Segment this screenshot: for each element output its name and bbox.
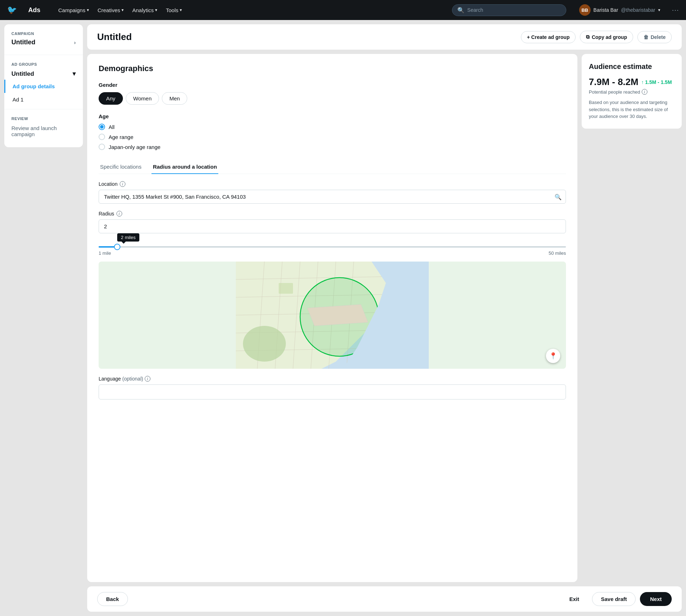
- language-label: Language (optional) i: [99, 376, 566, 382]
- gender-label: Gender: [99, 82, 566, 88]
- radio-range-circle: [99, 134, 105, 140]
- tab-specific-locations[interactable]: Specific locations: [99, 160, 143, 174]
- language-section: Language (optional) i: [99, 376, 566, 399]
- age-japan-option[interactable]: Japan-only age range: [99, 144, 566, 150]
- sidebar-item-ad1[interactable]: Ad 1: [4, 93, 83, 106]
- search-icon: 🔍: [457, 7, 464, 14]
- nav-item-tools[interactable]: Tools ▾: [162, 5, 185, 15]
- gender-men-button[interactable]: Men: [162, 92, 187, 105]
- copy-icon: ⧉: [586, 34, 590, 40]
- svg-rect-13: [279, 283, 293, 294]
- chevron-down-icon: ▾: [87, 8, 89, 13]
- create-ad-group-button[interactable]: + Create ad group: [521, 31, 576, 43]
- location-input-wrap: 🔍: [99, 190, 566, 204]
- main-card: Demographics Gender Any Women Men Age: [87, 54, 577, 582]
- tab-radius-location[interactable]: Radius around a location: [151, 160, 218, 174]
- user-handle: @thebaristabar: [621, 7, 655, 13]
- info-icon: i: [120, 181, 125, 187]
- back-button[interactable]: Back: [97, 592, 128, 606]
- chevron-right-icon: ›: [74, 40, 76, 45]
- demographics-title: Demographics: [99, 64, 566, 73]
- audience-range: 7.9M - 8.2M ↑ 1.5M - 1.5M: [589, 76, 675, 88]
- age-all-option[interactable]: All: [99, 124, 566, 130]
- sidebar-item-review[interactable]: Review and launch campaign: [4, 122, 83, 140]
- gender-buttons: Any Women Men: [99, 92, 566, 105]
- radius-slider-wrap: 2 miles: [99, 246, 566, 248]
- avatar: BB: [579, 4, 591, 16]
- nav-menu: Campaigns ▾ Creatives ▾ Analytics ▾ Tool…: [55, 5, 185, 15]
- audience-change: ↑ 1.5M - 1.5M: [641, 79, 672, 85]
- sidebar: CAMPAIGN Untitled › AD GROUPS Untitled ▾…: [4, 24, 83, 147]
- audience-potential-label: Potential people reached i: [589, 89, 675, 95]
- ad-groups-label: AD GROUPS: [4, 58, 83, 68]
- svg-point-12: [243, 326, 286, 362]
- content-header: Untitled + Create ad group ⧉ Copy ad gro…: [87, 24, 682, 50]
- campaign-section-label: CAMPAIGN: [4, 31, 83, 36]
- radius-info-icon: i: [116, 211, 122, 217]
- radio-all-circle: [99, 124, 105, 130]
- more-options-icon[interactable]: ⋯: [672, 6, 679, 14]
- review-section-label: REVIEW: [4, 112, 83, 122]
- map-container[interactable]: 📍: [99, 262, 566, 369]
- next-button[interactable]: Next: [640, 592, 672, 606]
- delete-button[interactable]: 🗑 Delete: [637, 31, 672, 43]
- map-svg: [99, 262, 566, 369]
- radio-all-inner: [100, 125, 104, 129]
- exit-button[interactable]: Exit: [561, 592, 588, 606]
- sidebar-item-ad-group-details[interactable]: Ad group details: [4, 80, 83, 93]
- user-menu[interactable]: BB Barista Bar @thebaristabar ▾: [579, 4, 660, 16]
- chevron-down-icon: ▾: [180, 8, 182, 13]
- gender-any-button[interactable]: Any: [99, 92, 123, 105]
- radius-field-label: Radius i: [99, 211, 566, 217]
- slider-max-label: 50 miles: [549, 250, 566, 256]
- slider-track: [99, 246, 566, 248]
- copy-ad-group-button[interactable]: ⧉ Copy ad group: [580, 31, 633, 43]
- twitter-logo: 🐦: [7, 5, 17, 15]
- body-row: Demographics Gender Any Women Men Age: [87, 54, 682, 582]
- sidebar-ad-group[interactable]: Untitled ▾: [4, 68, 83, 80]
- search-input[interactable]: [467, 7, 561, 13]
- footer-right: Exit Save draft Next: [561, 592, 672, 606]
- chevron-down-icon: ▾: [73, 70, 76, 78]
- radio-japan-circle: [99, 144, 105, 150]
- optional-text: (optional): [122, 376, 143, 382]
- location-search-icon: 🔍: [555, 193, 562, 200]
- radius-input[interactable]: [99, 219, 566, 233]
- chevron-down-icon: ▾: [155, 8, 157, 13]
- map-location-button[interactable]: 📍: [546, 349, 560, 363]
- audience-title: Audience estimate: [589, 63, 675, 71]
- sidebar-divider: [4, 55, 83, 55]
- header-actions: + Create ad group ⧉ Copy ad group 🗑 Dele…: [521, 31, 672, 43]
- audience-card: Audience estimate 7.9M - 8.2M ↑ 1.5M - 1…: [582, 54, 682, 129]
- sidebar-campaign-title[interactable]: Untitled ›: [4, 37, 83, 52]
- language-input[interactable]: [99, 384, 566, 399]
- slider-thumb[interactable]: [114, 244, 120, 250]
- user-name: Barista Bar: [593, 7, 618, 13]
- sidebar-divider-2: [4, 109, 83, 109]
- audience-info-icon: i: [642, 89, 647, 95]
- audience-description: Based on your audience and targeting sel…: [589, 99, 675, 120]
- brand-name: Ads: [28, 6, 40, 14]
- nav-item-creatives[interactable]: Creatives ▾: [94, 5, 127, 15]
- save-draft-button[interactable]: Save draft: [592, 592, 636, 606]
- gender-women-button[interactable]: Women: [126, 92, 159, 105]
- age-label: Age: [99, 113, 566, 119]
- chevron-down-icon: ▾: [658, 8, 660, 13]
- nav-item-campaigns[interactable]: Campaigns ▾: [55, 5, 93, 15]
- chevron-down-icon: ▾: [121, 8, 124, 13]
- language-info-icon: i: [145, 376, 150, 382]
- location-input[interactable]: [99, 190, 566, 204]
- slider-min-label: 1 mile: [99, 250, 111, 256]
- slider-tooltip: 2 miles: [117, 233, 139, 242]
- trash-icon: 🗑: [643, 34, 648, 40]
- location-tabs: Specific locations Radius around a locat…: [99, 160, 566, 174]
- age-range-option[interactable]: Age range: [99, 134, 566, 140]
- slider-labels: 1 mile 50 miles: [99, 250, 566, 256]
- page-title: Untitled: [97, 31, 132, 43]
- main-content: Untitled + Create ad group ⧉ Copy ad gro…: [87, 24, 682, 612]
- search-bar: 🔍: [452, 4, 566, 16]
- age-options: All Age range Japan-only age range: [99, 124, 566, 150]
- location-field-label: Location i: [99, 181, 566, 187]
- page-wrapper: CAMPAIGN Untitled › AD GROUPS Untitled ▾…: [0, 20, 686, 616]
- nav-item-analytics[interactable]: Analytics ▾: [129, 5, 161, 15]
